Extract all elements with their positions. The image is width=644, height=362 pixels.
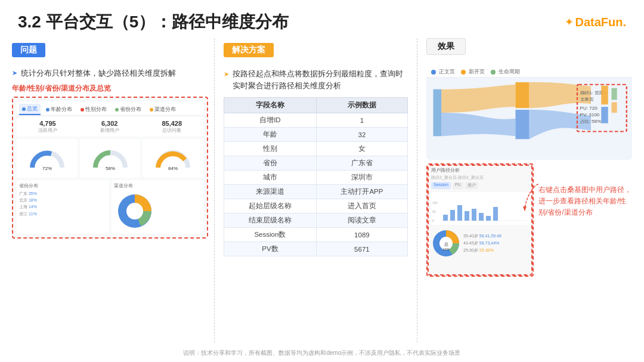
svg-rect-7: [516, 82, 530, 108]
table-row: 自增ID1: [224, 113, 408, 128]
svg-text:PV: 3100: PV: 3100: [580, 112, 600, 117]
footer-text: 说明：技术分享和学习，所有截图、数据等均为虚构和demo示例，不涉及用户隐私，不…: [183, 349, 460, 356]
logo-text: DataFun.: [575, 16, 626, 29]
svg-rect-16: [601, 107, 608, 123]
tab-channel[interactable]: 渠道分布: [147, 104, 179, 115]
svg-rect-23: [457, 205, 462, 221]
tab-gender[interactable]: 性别分布: [78, 104, 110, 115]
gauge-3: 84%: [143, 139, 203, 178]
svg-rect-17: [612, 88, 617, 100]
svg-rect-15: [601, 86, 608, 104]
problem-text: 统计分布只针对整体，缺少路径相关维度拆解: [12, 68, 208, 79]
tab-province[interactable]: 省份分布: [112, 104, 144, 115]
table-row: 结束层级名称阅读文章: [224, 214, 408, 228]
svg-rect-28: [493, 207, 498, 221]
tab-overview[interactable]: 总览: [19, 104, 41, 115]
svg-text:100: 100: [432, 201, 438, 205]
bottom-chart: 用户路径分析 路径2_聚合页-路径2_聚合页 Session PU 用户: [426, 163, 534, 277]
table-row: 起始层级名称进入首页: [224, 199, 408, 214]
right-column: 效果 正文页 新开页 生命周期: [417, 38, 632, 342]
solution-badge: 解决方案: [224, 43, 274, 57]
sankey-chart-area: 正文页 新开页 生命周期: [426, 64, 632, 160]
svg-text:84%: 84%: [168, 166, 178, 171]
svg-text:总: 总: [444, 242, 448, 246]
dashboard-tabs: 总览 年龄分布 性别分布 省份分布 渠道分布: [17, 101, 203, 116]
svg-rect-24: [465, 211, 469, 221]
sub-label: 年龄/性别/省份/渠道分布及总览: [12, 83, 208, 94]
middle-column: 解决方案 按路径起点和终点将数据拆分到最细粒度，查询时实时聚合进行路径相关维度分…: [215, 38, 417, 342]
col-header-field: 字段名称: [224, 98, 317, 113]
svg-text:169: 169: [443, 247, 450, 251]
svg-point-4: [126, 203, 143, 219]
annotation-text: 右键点击桑基图中用户路径，进一步查看路径相关年龄/性别/省份/渠道分布: [538, 184, 632, 219]
solution-text: 按路径起点和终点将数据拆分到最细粒度，查询时实时聚合进行路径相关维度分析: [224, 68, 408, 91]
svg-text:72%: 72%: [42, 166, 52, 171]
gauge-1: 72%: [17, 139, 78, 178]
logo: ✦ DataFun.: [565, 16, 626, 29]
svg-text:0: 0: [432, 219, 434, 222]
svg-rect-27: [486, 216, 491, 221]
table-row: 城市深圳市: [224, 171, 408, 185]
svg-text:PU: 720: PU: 720: [580, 106, 597, 111]
pie-table-mock: 省份分布 广东 35% 北京 18% 上海 14% 浙江 11%: [17, 180, 109, 234]
svg-rect-22: [450, 210, 455, 221]
gauge-2: 58%: [80, 139, 141, 178]
svg-rect-18: [612, 102, 617, 113]
tab-age[interactable]: 年龄分布: [43, 104, 75, 115]
content-wrapper: 问题 统计分布只针对整体，缺少路径相关维度拆解 年龄/性别/省份/渠道分布及总览…: [0, 38, 644, 342]
table-row: 性别女: [224, 142, 408, 156]
svg-text:58%: 58%: [105, 166, 114, 171]
logo-icon: ✦: [565, 16, 574, 29]
stat-new: 6,302 新增用户: [100, 120, 119, 134]
svg-text:占比: 58%: 占比: 58%: [580, 119, 602, 123]
stat-total: 85,428 总访问量: [162, 120, 182, 134]
table-row: Session数1089: [224, 228, 408, 242]
header: 3.2 平台交互（5）：路径中维度分布 ✦ DataFun.: [0, 0, 644, 38]
svg-text:文章页: 文章页: [580, 97, 594, 102]
data-table: 字段名称 示例数据 自增ID1 年龄32 性别女 省份广东省 城市深圳市 来源渠…: [224, 97, 408, 256]
problem-badge: 问题: [12, 43, 45, 57]
footer: 说明：技术分享和学习，所有截图、数据等均为虚构和demo示例，不涉及用户隐私，不…: [0, 349, 644, 357]
svg-rect-6: [434, 89, 442, 137]
svg-text:50: 50: [432, 210, 436, 214]
table-row: 省份广东省: [224, 156, 408, 171]
table-body: 自增ID1 年龄32 性别女 省份广东省 城市深圳市 来源渠道主动打开APP 起…: [224, 113, 408, 256]
table-row: 年龄32: [224, 128, 408, 142]
svg-rect-25: [472, 209, 476, 221]
svg-rect-8: [516, 110, 530, 139]
stats-row: 4,795 活跃用户 6,302 新增用户 85,428 总访问量: [17, 117, 203, 137]
effect-badge: 效果: [426, 38, 466, 55]
stat-active: 4,795 活跃用户: [38, 120, 57, 134]
gauge-row: 72% 58% 84%: [17, 139, 203, 178]
svg-rect-21: [443, 215, 448, 221]
col-header-example: 示例数据: [316, 98, 407, 113]
pie-chart-mock: 渠道分布: [112, 180, 204, 234]
dashboard-mock: 总览 年龄分布 性别分布 省份分布 渠道分布: [12, 97, 208, 239]
table-row: PV数5671: [224, 242, 408, 256]
left-column: 问题 统计分布只针对整体，缺少路径相关维度拆解 年龄/性别/省份/渠道分布及总览…: [12, 38, 215, 342]
page-title: 3.2 平台交互（5）：路径中维度分布: [18, 11, 289, 33]
table-row: 来源渠道主动打开APP: [224, 185, 408, 199]
pie-row: 省份分布 广东 35% 北京 18% 上海 14% 浙江 11% 渠道分布: [17, 180, 203, 234]
svg-marker-36: [523, 206, 527, 211]
svg-rect-26: [479, 213, 484, 221]
effect-bottom: 用户路径分析 路径2_聚合页-路径2_聚合页 Session PU 用户: [426, 163, 632, 277]
